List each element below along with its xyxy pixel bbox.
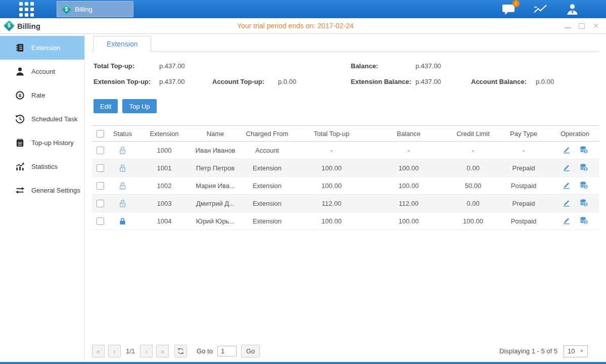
minimize-button[interactable]: [564, 22, 571, 29]
ledger-icon: [15, 43, 25, 53]
extension-topup-label: Extension Top-up:: [94, 78, 159, 85]
pay-type-cell: Prepaid: [496, 195, 551, 212]
trial-notice: Your trial period ends on: 2017-02-24: [0, 22, 591, 30]
tab-strip: Extension: [92, 36, 599, 52]
tab-extension[interactable]: Extension: [93, 36, 151, 52]
table-row: 1003 Дмитрий Д... Extension 112.00 112.0…: [92, 195, 599, 212]
col-total-topup: Total Top-up: [296, 126, 367, 142]
displaying-text: Displaying 1 - 5 of 5: [499, 347, 557, 355]
maximize-button[interactable]: [578, 22, 585, 29]
pencil-icon: [562, 198, 571, 207]
total-topup-label: Total Top-up:: [94, 62, 159, 70]
prev-page-button[interactable]: ‹: [108, 345, 121, 357]
edit-extension-button[interactable]: [562, 163, 571, 172]
top-up-extension-button[interactable]: $: [579, 198, 588, 207]
svg-text:$: $: [584, 185, 586, 189]
operation-cell: $: [562, 163, 588, 172]
edit-extension-button[interactable]: [562, 198, 571, 207]
top-up-extension-button[interactable]: $: [579, 180, 588, 190]
user-account-icon[interactable]: [565, 3, 580, 16]
pencil-icon: [562, 216, 571, 225]
row-checkbox[interactable]: [97, 164, 104, 172]
sidebar-item-label: Rate: [31, 92, 45, 99]
goto-label: Go to: [197, 347, 213, 355]
row-checkbox[interactable]: [97, 147, 104, 154]
row-checkbox[interactable]: [97, 200, 104, 207]
table-row: 1000 Иван Иванов Account - - - - $: [92, 142, 599, 159]
top-up-extension-button[interactable]: $: [579, 216, 588, 225]
pay-type-cell: Prepaid: [496, 159, 551, 177]
edit-extension-button[interactable]: [562, 180, 571, 190]
row-checkbox[interactable]: [97, 217, 104, 225]
name-cell: Мария Ива...: [192, 177, 239, 195]
taskbar: $ Billing !: [0, 0, 606, 18]
account-topup-label: Account Top-up:: [212, 78, 278, 85]
dropdown-arrow-icon: ▼: [580, 349, 584, 353]
col-pay-type: Pay Type: [496, 126, 551, 142]
sidebar-item-label: Top-up History: [31, 139, 74, 147]
person-icon: [15, 67, 25, 76]
total-topup-cell: 112.00: [296, 195, 367, 212]
sidebar-item-extension[interactable]: Extension: [0, 36, 84, 60]
extension-balance-label: Extension Balance:: [351, 78, 415, 85]
sidebar-item-scheduled-task[interactable]: Scheduled Task: [0, 107, 84, 131]
credit-limit-cell: 100.00: [450, 212, 496, 230]
goto-page-input[interactable]: [217, 346, 237, 356]
pagination-bar: « ‹ 1/1 › » Go to Go Displaying 1 - 5 of…: [92, 345, 599, 357]
sidebar-item-general-settings[interactable]: General Settings: [0, 178, 84, 202]
sidebar-item-account[interactable]: Account: [0, 60, 84, 83]
sidebar-item-label: Scheduled Task: [31, 115, 78, 123]
dollar-circle-icon: $: [15, 90, 25, 100]
window-title-group: $ Billing: [5, 22, 40, 30]
svg-text:$: $: [584, 149, 586, 154]
billing-app-icon: $: [61, 4, 72, 14]
row-checkbox[interactable]: [97, 182, 104, 190]
first-page-button[interactable]: «: [92, 345, 105, 357]
taskbar-billing-tab[interactable]: $ Billing: [57, 1, 133, 17]
next-page-button[interactable]: ›: [140, 345, 153, 357]
edit-extension-button[interactable]: [562, 216, 571, 225]
account-balance-label: Account Balance:: [471, 78, 536, 85]
svg-text:$: $: [19, 93, 22, 98]
sidebar-item-topup-history[interactable]: Top-up History: [0, 131, 84, 155]
top-up-extension-button[interactable]: $: [579, 163, 588, 172]
edit-extension-button[interactable]: [562, 145, 571, 154]
sidebar-item-rate[interactable]: $ Rate: [0, 83, 84, 107]
credit-limit-cell: 0.00: [450, 159, 496, 177]
refresh-button[interactable]: [174, 345, 187, 357]
name-cell: Юрий Юрь...: [192, 212, 239, 230]
sidebar-item-statistics[interactable]: Statistics: [0, 155, 84, 178]
balance-cell: 100.00: [367, 212, 450, 230]
pagination-right: Displaying 1 - 5 of 5 10 ▼: [499, 345, 599, 357]
top-up-button[interactable]: Top Up: [122, 99, 156, 113]
sidebar-item-label: Account: [31, 68, 55, 75]
select-all-checkbox[interactable]: [97, 130, 104, 138]
bar-chart-icon: [15, 162, 25, 171]
last-page-button[interactable]: »: [156, 345, 169, 357]
account-balance-value: p.0.00: [536, 78, 599, 85]
window-body: Extension Account $ Rate Scheduled Task: [0, 34, 606, 362]
close-button[interactable]: ×: [592, 22, 599, 29]
balance-cell: 100.00: [367, 159, 450, 177]
col-status: Status: [109, 126, 136, 142]
edit-button[interactable]: Edit: [94, 99, 118, 113]
action-buttons: Edit Top Up: [94, 99, 599, 113]
charged-from-cell: Extension: [239, 177, 296, 195]
name-cell: Дмитрий Д...: [192, 195, 239, 212]
sidebar-item-label: Extension: [31, 44, 60, 52]
extension-cell: 1003: [136, 195, 192, 212]
go-button[interactable]: Go: [241, 345, 260, 357]
resource-monitor-icon[interactable]: [533, 3, 548, 16]
main-content: Extension Total Top-up: p.437.00 Balance…: [85, 34, 606, 362]
app-launcher-icon[interactable]: [19, 2, 34, 17]
extension-balance-value: p.437.00: [415, 78, 471, 85]
page-size-select[interactable]: 10 ▼: [564, 345, 588, 357]
sidebar-item-label: Statistics: [31, 163, 58, 170]
table-header-row: Status Extension Name Charged From Total…: [92, 126, 599, 142]
top-up-extension-button[interactable]: $: [579, 145, 588, 154]
status-unlocked-icon: [118, 146, 127, 153]
notifications-icon[interactable]: !: [501, 3, 516, 16]
charged-from-cell: Extension: [239, 159, 296, 177]
total-topup-cell: -: [296, 142, 367, 159]
window-title: Billing: [17, 22, 40, 30]
